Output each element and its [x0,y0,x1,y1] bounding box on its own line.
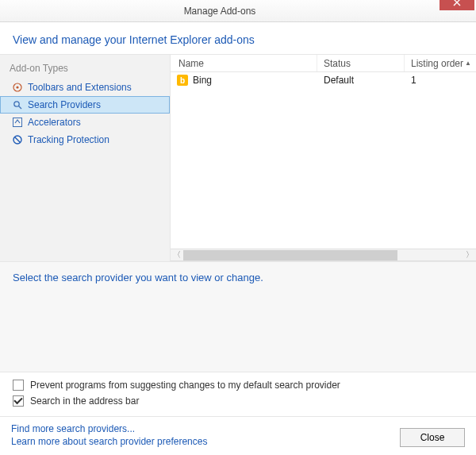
checkbox-label: Search in the address bar [30,395,139,407]
main-area: Add-on Types Toolbars and Extensions Sea… [0,55,476,261]
svg-point-2 [14,102,19,106]
close-icon [453,0,461,6]
sidebar-item-label: Tracking Protection [28,134,109,145]
sidebar-item-label: Toolbars and Extensions [28,82,132,93]
scroll-left-arrow-icon[interactable]: 〈 [171,249,183,260]
detail-title: Select the search provider you want to v… [13,272,463,283]
sidebar-item-tracking-protection[interactable]: Tracking Protection [0,131,170,148]
svg-line-3 [19,106,22,110]
sidebar-item-search-providers[interactable]: Search Providers [0,96,170,114]
horizontal-scrollbar[interactable]: 〈 〉 [171,249,476,261]
svg-point-1 [16,86,18,88]
titlebar: Manage Add-ons [0,0,476,22]
cell-name: b Bing [171,75,317,86]
sidebar-title: Add-on Types [0,61,170,79]
column-header-order[interactable]: Listing order ▲ [405,55,476,71]
checkbox-prevent-changes[interactable]: Prevent programs from suggesting changes… [13,377,463,393]
svg-line-6 [15,137,21,143]
footer: Find more search providers... Learn more… [0,416,476,455]
row-name-label: Bing [193,75,212,86]
close-button[interactable]: Close [400,428,465,447]
cell-status: Default [317,75,405,86]
bing-icon: b [177,75,188,86]
checkbox-label: Prevent programs from suggesting changes… [30,380,340,391]
options-area: Prevent programs from suggesting changes… [0,372,476,409]
checkbox-search-address-bar[interactable]: Search in the address bar [13,393,463,409]
gear-icon [12,82,23,93]
block-icon [12,134,23,145]
window-title: Manage Add-ons [0,6,440,17]
checkbox-icon [13,380,24,391]
scroll-right-arrow-icon[interactable]: 〉 [463,249,476,260]
link-find-more-providers[interactable]: Find more search providers... [11,423,400,434]
link-learn-more[interactable]: Learn more about search provider prefere… [11,436,400,447]
sidebar-item-accelerators[interactable]: Accelerators [0,114,170,131]
sort-caret-icon: ▲ [465,60,471,67]
sidebar-item-label: Accelerators [28,117,81,128]
checkbox-checked-icon [13,395,24,407]
column-header-order-label: Listing order [411,58,463,69]
column-header-name[interactable]: Name [171,55,317,71]
page-header: View and manage your Internet Explorer a… [0,22,476,55]
cell-order: 1 [405,75,476,86]
sidebar-item-label: Search Providers [28,99,101,110]
accelerator-icon [12,117,23,128]
scroll-thumb[interactable] [183,250,397,260]
sidebar: Add-on Types Toolbars and Extensions Sea… [0,55,171,261]
list-area: Name Status Listing order ▲ b Bing Defau… [171,55,476,261]
window-close-button[interactable] [440,0,474,10]
footer-links: Find more search providers... Learn more… [11,423,400,447]
column-header-status[interactable]: Status [317,55,405,71]
list-row[interactable]: b Bing Default 1 [171,72,476,88]
sidebar-item-toolbars[interactable]: Toolbars and Extensions [0,79,170,96]
list-header: Name Status Listing order ▲ [171,55,476,72]
detail-pane: Select the search provider you want to v… [0,261,476,372]
search-icon [12,99,23,110]
